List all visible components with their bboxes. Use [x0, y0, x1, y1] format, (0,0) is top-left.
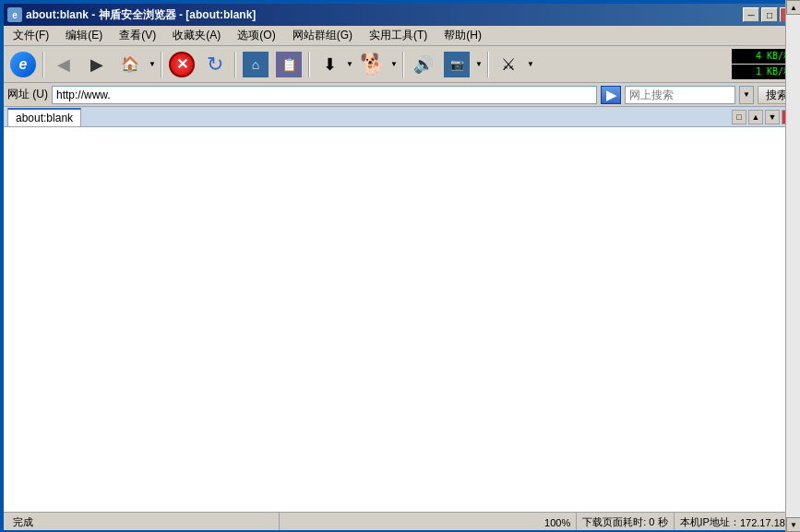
forward-icon: ▶ [84, 52, 110, 77]
status-label: 完成 [13, 515, 33, 529]
stop-button[interactable]: ✕ [166, 49, 197, 80]
content-area[interactable] [4, 127, 800, 512]
separator-6 [487, 52, 489, 77]
toolbar: e ◀ ▶ 🏠 ▼ ✕ ↻ ⌂ 📋 [4, 46, 800, 83]
forward-button[interactable]: ▶ [81, 49, 113, 80]
tab-label: about:blank [16, 112, 73, 124]
favorites-button[interactable]: ⌂ [240, 49, 271, 80]
search-dropdown-button[interactable]: ▼ [739, 86, 754, 104]
menu-sitegroup[interactable]: 网站群组(G) [285, 26, 360, 45]
separator-1 [42, 52, 44, 77]
new-tab-button[interactable]: □ [732, 110, 746, 124]
scrollbar-right[interactable]: ▲ ▼ [785, 127, 800, 512]
organize-button[interactable]: 📋 [273, 49, 304, 80]
logo-button[interactable]: e [7, 49, 39, 80]
menu-edit[interactable]: 编辑(E) [58, 26, 110, 45]
home-dropdown-arrow[interactable]: ▼ [148, 49, 157, 80]
separator-3 [234, 52, 236, 77]
download-dropdown-arrow[interactable]: ▼ [345, 49, 354, 80]
zoom-section: 100% [539, 513, 577, 532]
capture-button[interactable]: 📷 [441, 49, 472, 80]
tab-scroll-down[interactable]: ▼ [765, 110, 780, 124]
separator-2 [161, 52, 162, 77]
title-bar-left: e about:blank - 神盾安全浏览器 - [about:blank] [7, 7, 256, 23]
scroll-track [786, 127, 800, 512]
maximize-button[interactable]: □ [761, 7, 778, 22]
refresh-button[interactable]: ↻ [199, 49, 231, 80]
address-bar: 网址 (U) ▶ ▼ 搜索 [4, 83, 800, 107]
separator-5 [402, 52, 404, 77]
window-title: about:blank - 神盾安全浏览器 - [about:blank] [26, 7, 256, 23]
status-text: 完成 [7, 513, 280, 532]
tab-scroll-up[interactable]: ▲ [748, 110, 763, 124]
menu-bar: 文件(F) 编辑(E) 查看(V) 收藏夹(A) 选项(O) 网站群组(G) 实… [4, 26, 800, 46]
menu-options[interactable]: 选项(O) [230, 26, 282, 45]
security-button[interactable]: 🐕 [356, 49, 388, 80]
back-icon: ◀ [51, 52, 77, 77]
status-bar: 完成 100% 下载页面耗时: 0 秒 本机IP地址： 172.17.186 [4, 512, 800, 532]
ip-label: 本机IP地址： [680, 515, 740, 529]
menu-favorites[interactable]: 收藏夹(A) [165, 26, 228, 45]
address-label: 网址 (U) [7, 87, 48, 102]
download-button-group: ⬇ ▼ [314, 49, 354, 80]
zoom-level: 100% [544, 517, 570, 528]
refresh-icon: ↻ [202, 52, 228, 77]
search-input[interactable] [625, 86, 735, 104]
ip-value: 172.17.186 [740, 517, 791, 528]
home-icon: 🏠 [117, 52, 143, 77]
security-dropdown-arrow[interactable]: ▼ [389, 49, 399, 80]
title-bar: e about:blank - 神盾安全浏览器 - [about:blank] … [4, 4, 800, 26]
menu-view[interactable]: 查看(V) [112, 26, 163, 45]
tools-button[interactable]: ⚔ [493, 49, 524, 80]
address-input[interactable] [52, 86, 597, 104]
tab-about-blank[interactable]: about:blank [7, 108, 81, 126]
separator-4 [308, 52, 310, 77]
download-time-section: 下载页面耗时: 0 秒 [577, 513, 674, 532]
browser-icon: e [7, 7, 22, 22]
minimize-button[interactable]: ─ [743, 7, 759, 22]
main-area: ▲ ▼ [4, 127, 800, 512]
back-button[interactable]: ◀ [48, 49, 79, 80]
capture-dropdown-arrow[interactable]: ▼ [474, 49, 484, 80]
ip-section: 本机IP地址： 172.17.186 [675, 513, 796, 532]
go-button[interactable]: ▶ [601, 86, 621, 104]
menu-help[interactable]: 帮助(H) [436, 26, 489, 45]
tabs-bar: about:blank □ ▲ ▼ ✕ [4, 107, 800, 127]
download-time: 下载页面耗时: 0 秒 [582, 515, 667, 529]
sound-button[interactable]: 🔊 [408, 49, 439, 80]
tools-dropdown-arrow[interactable]: ▼ [526, 49, 535, 80]
menu-file[interactable]: 文件(F) [6, 26, 56, 45]
home-button[interactable]: 🏠 [114, 49, 146, 80]
menu-tools[interactable]: 实用工具(T) [362, 26, 435, 45]
go-icon: ▶ [606, 88, 616, 102]
browser-window: e about:blank - 神盾安全浏览器 - [about:blank] … [2, 2, 800, 532]
stop-icon: ✕ [169, 52, 195, 77]
download-button[interactable]: ⬇ [314, 49, 345, 80]
